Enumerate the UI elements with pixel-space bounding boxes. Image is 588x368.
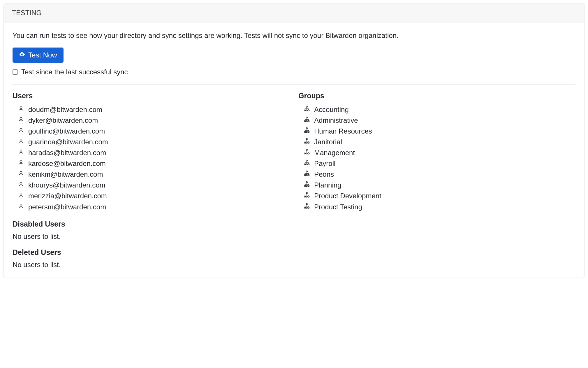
user-icon	[18, 126, 24, 136]
user-icon	[18, 115, 24, 125]
sitemap-icon	[304, 169, 310, 179]
testing-card: Testing You can run tests to see how you…	[3, 3, 585, 278]
group-name: Payroll	[314, 159, 335, 168]
users-list: doudm@bitwarden.comdyker@bitwarden.comgo…	[13, 104, 290, 212]
group-name: Product Development	[314, 191, 381, 201]
divider	[13, 84, 575, 85]
users-column: Users doudm@bitwarden.comdyker@bitwarden…	[13, 92, 290, 269]
group-item: Payroll	[304, 158, 575, 169]
group-name: Accounting	[314, 105, 349, 114]
sitemap-icon	[304, 105, 310, 114]
user-item: khourys@bitwarden.com	[18, 180, 290, 190]
svg-point-7	[20, 171, 22, 174]
user-email: kenikm@bitwarden.com	[28, 169, 103, 179]
svg-point-5	[20, 150, 22, 152]
user-email: haradas@bitwarden.com	[28, 148, 106, 157]
test-now-button[interactable]: Test Now	[13, 48, 64, 63]
svg-point-1	[20, 106, 22, 108]
test-now-label: Test Now	[28, 51, 57, 59]
deleted-users-heading: Deleted Users	[13, 248, 290, 257]
group-item: Planning	[304, 180, 575, 190]
user-icon	[18, 137, 24, 147]
group-item: Accounting	[304, 104, 575, 115]
svg-point-3	[20, 128, 22, 130]
group-name: Human Resources	[314, 126, 372, 136]
sitemap-icon	[304, 126, 310, 136]
user-item: petersm@bitwarden.com	[18, 201, 290, 212]
user-email: dyker@bitwarden.com	[28, 115, 98, 125]
group-name: Peons	[314, 169, 334, 179]
groups-column: Groups AccountingAdministrativeHuman Res…	[298, 92, 575, 269]
group-item: Human Resources	[304, 126, 575, 136]
disabled-users-empty: No users to list.	[13, 232, 290, 241]
group-item: Administrative	[304, 115, 575, 126]
user-item: haradas@bitwarden.com	[18, 147, 290, 158]
user-icon	[18, 191, 24, 201]
user-icon	[18, 180, 24, 190]
group-item: Management	[304, 147, 575, 158]
sitemap-icon	[304, 180, 310, 190]
user-item: guarinoa@bitwarden.com	[18, 136, 290, 147]
user-email: khourys@bitwarden.com	[28, 180, 105, 190]
user-email: petersm@bitwarden.com	[28, 202, 106, 212]
intro-text: You can run tests to see how your direct…	[13, 31, 575, 41]
group-name: Management	[314, 148, 355, 157]
test-since-last-sync-row: Test since the last successful sync	[13, 68, 575, 76]
user-item: kardose@bitwarden.com	[18, 158, 290, 169]
user-item: goulfinc@bitwarden.com	[18, 126, 290, 136]
user-icon	[18, 169, 24, 179]
user-item: dyker@bitwarden.com	[18, 115, 290, 126]
group-item: Peons	[304, 169, 575, 180]
group-item: Product Testing	[304, 201, 575, 212]
svg-point-9	[20, 193, 22, 195]
card-header-title: Testing	[12, 9, 42, 17]
users-heading: Users	[13, 92, 290, 100]
user-email: kardose@bitwarden.com	[28, 159, 106, 168]
user-item: doudm@bitwarden.com	[18, 104, 290, 115]
disabled-users-heading: Disabled Users	[13, 220, 290, 228]
svg-point-8	[20, 182, 22, 184]
sitemap-icon	[304, 191, 310, 201]
user-icon	[18, 202, 24, 212]
group-name: Janitorial	[314, 137, 342, 147]
user-email: goulfinc@bitwarden.com	[28, 126, 105, 136]
card-body: You can run tests to see how your direct…	[4, 22, 584, 278]
group-item: Janitorial	[304, 136, 575, 147]
svg-point-2	[20, 117, 22, 119]
groups-heading: Groups	[298, 92, 575, 100]
group-name: Planning	[314, 180, 341, 190]
sitemap-icon	[304, 202, 310, 212]
test-since-last-sync-label[interactable]: Test since the last successful sync	[21, 68, 128, 76]
bug-icon	[19, 51, 25, 59]
group-name: Administrative	[314, 115, 358, 125]
test-since-last-sync-checkbox[interactable]	[13, 69, 18, 75]
user-email: doudm@bitwarden.com	[28, 105, 102, 114]
sitemap-icon	[304, 159, 310, 168]
svg-point-10	[20, 204, 22, 206]
svg-point-6	[20, 161, 22, 163]
svg-point-4	[20, 139, 22, 141]
user-item: kenikm@bitwarden.com	[18, 169, 290, 180]
user-icon	[18, 105, 24, 114]
user-icon	[18, 148, 24, 157]
user-icon	[18, 159, 24, 168]
card-header: Testing	[4, 4, 584, 22]
sitemap-icon	[304, 137, 310, 147]
sitemap-icon	[304, 115, 310, 125]
results-columns: Users doudm@bitwarden.comdyker@bitwarden…	[13, 92, 575, 269]
groups-list: AccountingAdministrativeHuman ResourcesJ…	[298, 104, 575, 212]
user-email: guarinoa@bitwarden.com	[28, 137, 108, 147]
group-name: Product Testing	[314, 202, 362, 212]
sitemap-icon	[304, 148, 310, 157]
user-item: merizzia@bitwarden.com	[18, 190, 290, 201]
user-email: merizzia@bitwarden.com	[28, 191, 107, 201]
group-item: Product Development	[304, 190, 575, 201]
deleted-users-empty: No users to list.	[13, 261, 290, 269]
